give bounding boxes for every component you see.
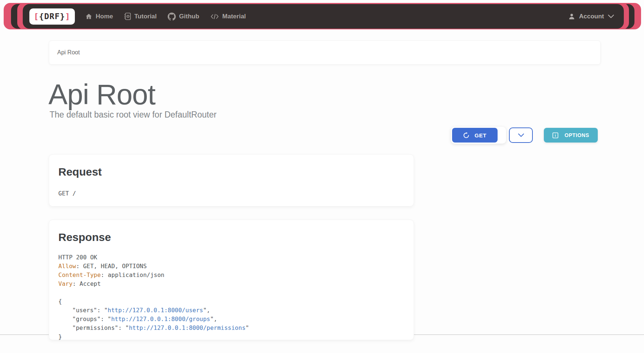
- logo-bracket-right: ]: [65, 12, 70, 21]
- account-label: Account: [579, 13, 604, 20]
- json-entry-groups: "groups": "http://127.0.0.1:8000/groups"…: [58, 315, 404, 324]
- options-button-label: OPTIONS: [564, 132, 589, 138]
- json-entry-users: "users": "http://127.0.0.1:8000/users",: [58, 306, 404, 315]
- home-icon: [85, 13, 92, 20]
- nav-item-github[interactable]: Github: [168, 12, 199, 21]
- json-open-brace: {: [58, 297, 404, 306]
- groups-url-link[interactable]: http://127.0.0.1:8000/groups: [111, 316, 210, 323]
- permissions-url-link[interactable]: http://127.0.0.1:8000/permissions: [129, 324, 245, 331]
- info-square-icon: [552, 132, 559, 138]
- response-header-content-type: Content-Type: application/json: [58, 271, 404, 280]
- get-button-group: GET: [451, 127, 506, 144]
- response-body: HTTP 200 OK Allow: GET, HEAD, OPTIONS Co…: [58, 253, 404, 341]
- navbar: [ {DRF} ] Home Tutorial: [23, 4, 624, 29]
- breadcrumb-item[interactable]: Api Root: [57, 49, 80, 56]
- get-button-label: GET: [474, 132, 486, 138]
- chevron-down-icon: [608, 14, 614, 18]
- github-icon: [168, 12, 176, 21]
- person-icon: [568, 13, 575, 20]
- get-button[interactable]: GET: [452, 128, 498, 143]
- request-card: Request GET /: [49, 154, 414, 206]
- refresh-icon: [463, 132, 469, 138]
- response-title: Response: [58, 231, 404, 244]
- nav-item-label: Tutorial: [134, 13, 157, 20]
- logo-bracket-left: [: [34, 12, 39, 21]
- drf-logo[interactable]: [ {DRF} ]: [29, 8, 75, 25]
- options-button[interactable]: OPTIONS: [544, 128, 598, 143]
- json-entry-permissions: "permissions": "http://127.0.0.1:8000/pe…: [58, 324, 404, 332]
- nav-links: Home Tutorial Github: [85, 12, 246, 21]
- breadcrumb: Api Root: [49, 40, 601, 65]
- blank-line: [58, 288, 404, 297]
- navbar-wrapper: [ {DRF} ] Home Tutorial: [0, 0, 644, 33]
- page-subtitle: The default basic root view for DefaultR…: [50, 110, 217, 120]
- nav-item-tutorial[interactable]: Tutorial: [124, 12, 157, 20]
- account-menu[interactable]: Account: [568, 13, 614, 20]
- logo-core: {DRF}: [39, 12, 65, 21]
- request-title: Request: [58, 166, 404, 178]
- request-line: GET /: [58, 189, 404, 198]
- response-card: Response HTTP 200 OK Allow: GET, HEAD, O…: [49, 220, 414, 340]
- users-url-link[interactable]: http://127.0.0.1:8000/users: [108, 307, 203, 314]
- nav-item-home[interactable]: Home: [85, 13, 113, 20]
- get-format-dropdown-button[interactable]: [509, 127, 533, 143]
- json-close-brace: }: [58, 332, 404, 341]
- nav-item-material[interactable]: Material: [210, 13, 246, 20]
- nav-item-label: Github: [179, 13, 199, 20]
- nav-item-label: Material: [222, 13, 246, 20]
- response-header-vary: Vary: Accept: [58, 280, 404, 288]
- response-header-allow: Allow: GET, HEAD, OPTIONS: [58, 262, 404, 271]
- status-line: HTTP 200 OK: [58, 253, 404, 262]
- code-icon: [210, 13, 219, 20]
- chevron-down-icon: [517, 133, 525, 137]
- action-buttons: GET OPTIONS: [451, 127, 598, 144]
- nav-item-label: Home: [96, 13, 113, 20]
- tutorial-journal-icon: [124, 12, 131, 20]
- page-title: Api Root: [48, 80, 155, 109]
